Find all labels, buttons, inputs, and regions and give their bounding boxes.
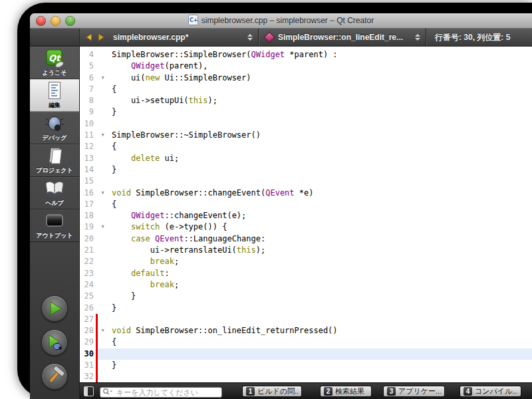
sidebar-item-label: デバッグ xyxy=(43,134,67,142)
output-pane-button-3[interactable]: 3アプリケー... xyxy=(383,386,445,397)
code-line-25[interactable]: 25 } xyxy=(80,291,532,302)
sidebar-item-debug[interactable]: デバッグ xyxy=(30,112,79,144)
code-text: void SimpleBrowser::changeEvent(QEvent *… xyxy=(108,188,313,199)
line-number: 23 xyxy=(80,268,96,279)
code-line-19[interactable]: 19▼ switch (e->type()) { xyxy=(80,221,532,233)
forward-button[interactable] xyxy=(97,33,106,42)
pane-number-badge: 4 xyxy=(464,387,472,396)
pane-number-badge: 1 xyxy=(246,387,255,396)
line-number: 7 xyxy=(80,84,96,95)
code-line-13[interactable]: 13 delete ui; xyxy=(80,153,532,164)
open-file-label: simplebrowser.cpp* xyxy=(113,33,245,42)
line-number: 18 xyxy=(80,210,96,221)
line-number: 12 xyxy=(80,141,96,152)
run-button[interactable] xyxy=(41,295,68,322)
fold-marker-icon[interactable]: ▼ xyxy=(98,221,108,233)
dropdown-stepper-icon xyxy=(247,34,253,41)
title-bar[interactable]: C+ simplebrowser.cpp – simplebrowser – Q… xyxy=(30,13,532,29)
code-line-4[interactable]: 4SimpleBrowser::SimpleBrowser(QWidget *p… xyxy=(80,49,532,61)
code-line-28[interactable]: 28▼void SimpleBrowser::on_lineEdit_retur… xyxy=(80,325,532,336)
output-pane-button-1[interactable]: 1ビルドの問... xyxy=(242,386,302,397)
editor-toolbar: simplebrowser.cpp* SimpleBrowser::on_lin… xyxy=(30,29,532,47)
fold-marker-icon[interactable]: ▼ xyxy=(98,130,108,141)
code-line-8[interactable]: 8 ui->setupUi(this); xyxy=(80,95,532,106)
line-number: 15 xyxy=(80,176,96,187)
fold-margin xyxy=(98,314,108,325)
locator-input[interactable] xyxy=(100,387,222,398)
fold-margin xyxy=(98,141,108,152)
output-pane-button-2[interactable]: 2検索結果 xyxy=(320,386,372,397)
fold-margin xyxy=(98,106,108,118)
code-line-24[interactable]: 24 break; xyxy=(80,279,532,291)
code-text: ui->setupUi(this); xyxy=(108,95,217,106)
svg-text:C+: C+ xyxy=(190,17,198,23)
fold-marker-icon[interactable]: ▼ xyxy=(98,72,108,84)
code-line-22[interactable]: 22 break; xyxy=(80,256,532,267)
code-line-26[interactable]: 26} xyxy=(80,303,532,314)
code-line-18[interactable]: 18 QWidget::changeEvent(e); xyxy=(80,210,532,221)
code-line-17[interactable]: 17{ xyxy=(80,199,532,210)
code-line-27[interactable]: 27 xyxy=(80,314,532,325)
pane-label: 検索結果 xyxy=(335,386,364,396)
line-number: 30 xyxy=(80,348,96,360)
code-line-20[interactable]: 20 case QEvent::LanguageChange: xyxy=(80,233,532,245)
fold-margin xyxy=(98,199,108,210)
fold-margin xyxy=(98,210,108,221)
code-line-23[interactable]: 23 default: xyxy=(80,268,532,279)
code-line-5[interactable]: 5 QWidget(parent), xyxy=(80,61,532,72)
fold-margin xyxy=(98,256,108,267)
line-number: 19 xyxy=(80,221,96,233)
sidebar-item-projects[interactable]: プロジェクト xyxy=(30,144,79,177)
code-text: void SimpleBrowser::on_lineEdit_returnPr… xyxy=(108,325,338,336)
open-file-dropdown[interactable]: simplebrowser.cpp* xyxy=(106,29,258,46)
code-text: } xyxy=(108,291,136,302)
sidebar-item-welcome[interactable]: Qtようこそ xyxy=(30,47,79,79)
line-number: 21 xyxy=(80,245,96,256)
help-book-icon xyxy=(44,179,65,199)
sidebar-item-help[interactable]: ヘルプ xyxy=(30,177,79,209)
code-text: delete ui; xyxy=(108,153,179,164)
pane-number-badge: 3 xyxy=(387,387,396,396)
code-line-21[interactable]: 21 ui->retranslateUi(this); xyxy=(80,245,532,256)
code-line-7[interactable]: 7{ xyxy=(80,84,532,95)
symbol-dropdown[interactable]: SimpleBrowser::on_lineEdit_re... xyxy=(259,29,426,46)
code-text xyxy=(108,314,112,325)
output-pane-button-4[interactable]: 4コンパイル... xyxy=(460,386,521,397)
code-line-29[interactable]: 29{ xyxy=(80,336,532,348)
fold-margin xyxy=(98,153,108,164)
line-number: 26 xyxy=(80,303,96,314)
line-number: 25 xyxy=(80,291,96,302)
code-editor[interactable]: 4SimpleBrowser::SimpleBrowser(QWidget *p… xyxy=(80,47,532,382)
code-line-31[interactable]: 31} xyxy=(80,360,532,371)
panel-toggle-icon[interactable] xyxy=(84,386,94,396)
line-number: 16 xyxy=(80,188,96,199)
fold-margin xyxy=(98,118,108,130)
fold-marker-icon[interactable]: ▼ xyxy=(98,325,108,336)
pane-label: コンパイル... xyxy=(475,386,517,396)
qt-logo-icon: Qt xyxy=(45,49,65,68)
code-line-9[interactable]: 9} xyxy=(80,106,532,118)
symbol-label: SimpleBrowser::on_lineEdit_re... xyxy=(278,33,412,42)
sidebar-item-output[interactable]: アウトプット xyxy=(30,209,79,242)
code-line-32[interactable]: 32 xyxy=(80,371,532,382)
code-line-15[interactable]: 15 xyxy=(80,176,532,187)
code-line-14[interactable]: 14} xyxy=(80,164,532,176)
line-number: 5 xyxy=(80,61,96,72)
code-line-30[interactable]: 30 xyxy=(80,348,532,360)
line-number: 17 xyxy=(80,199,96,210)
code-line-16[interactable]: 16▼void SimpleBrowser::changeEvent(QEven… xyxy=(80,188,532,199)
code-line-12[interactable]: 12{ xyxy=(80,141,532,152)
line-number: 28 xyxy=(80,325,96,336)
cursor-position-label: 行番号: 30, 列位置: 5 xyxy=(427,32,532,43)
fold-marker-icon[interactable]: ▼ xyxy=(98,188,108,199)
sidebar-item-edit[interactable]: 編集 xyxy=(30,79,79,112)
code-line-6[interactable]: 6▼ ui(new Ui::SimpleBrowser) xyxy=(80,72,532,84)
code-line-10[interactable]: 10 xyxy=(80,118,532,130)
build-button[interactable] xyxy=(41,363,68,390)
fold-margin xyxy=(98,61,108,72)
back-button[interactable] xyxy=(84,33,93,42)
debug-run-button[interactable] xyxy=(41,329,68,356)
code-line-11[interactable]: 11▼SimpleBrowser::~SimpleBrowser() xyxy=(80,130,532,141)
sidebar-item-label: ヘルプ xyxy=(45,199,64,207)
fold-margin xyxy=(98,233,108,245)
